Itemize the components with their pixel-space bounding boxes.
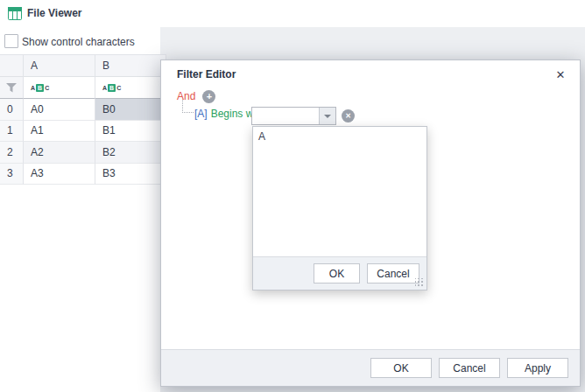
- add-condition-button[interactable]: +: [202, 90, 215, 103]
- table-cell[interactable]: B2: [95, 142, 166, 164]
- header-row: A B: [0, 54, 166, 77]
- table-cell[interactable]: B3: [95, 164, 166, 186]
- header-corner[interactable]: [0, 54, 24, 77]
- popup-cancel-button[interactable]: Cancel: [367, 263, 419, 284]
- row-header[interactable]: 2: [0, 142, 24, 164]
- condition-field[interactable]: [A]: [194, 108, 208, 120]
- condition-value-combobox: [251, 107, 336, 125]
- table-cell[interactable]: A0: [24, 99, 95, 121]
- x-icon: ✕: [556, 68, 566, 81]
- abc-type-icon: ABC: [31, 84, 49, 92]
- tree-branch-line: [182, 100, 194, 113]
- resize-grip[interactable]: [415, 278, 424, 287]
- x-circle-icon: ✕: [345, 113, 351, 120]
- filter-editor-dialog: Filter Editor ✕ And + [A] Begins with ✕ …: [160, 60, 581, 387]
- data-grid: A B ABC ABC 0 A0 B0 1 A1 B1: [0, 54, 166, 185]
- table-row: 3 A3 B3: [0, 164, 166, 186]
- popup-footer: OK Cancel: [253, 256, 426, 290]
- combo-dropdown-button[interactable]: [319, 108, 335, 124]
- file-viewer-window: File Viewer Show control characters A B …: [0, 0, 585, 392]
- row-header[interactable]: 1: [0, 121, 24, 143]
- title-bar: File Viewer: [0, 0, 585, 27]
- popup-ok-button[interactable]: OK: [314, 263, 360, 284]
- dialog-footer: OK Cancel Apply: [161, 349, 580, 386]
- table-cell[interactable]: A2: [24, 142, 95, 164]
- close-button[interactable]: ✕: [552, 66, 569, 83]
- value-dropdown-popup: A OK Cancel: [252, 126, 427, 290]
- table-row: 1 A1 B1: [0, 121, 166, 143]
- window-title: File Viewer: [27, 7, 81, 19]
- table-cell[interactable]: A3: [24, 164, 95, 186]
- auto-filter-row: ABC ABC: [0, 77, 166, 99]
- apply-button[interactable]: Apply: [507, 358, 568, 378]
- condition-value-input[interactable]: [252, 108, 319, 124]
- table-row: 2 A2 B2: [0, 142, 166, 164]
- column-header-a[interactable]: A: [24, 54, 95, 77]
- table-row: 0 A0 B0: [0, 99, 166, 121]
- filter-cell-a[interactable]: ABC: [24, 77, 95, 99]
- checkbox-label: Show control characters: [22, 36, 135, 48]
- table-cell[interactable]: A1: [24, 121, 95, 143]
- table-icon: [8, 7, 22, 20]
- abc-type-icon: ABC: [102, 84, 121, 92]
- table-cell-selected[interactable]: B0: [95, 99, 166, 121]
- table-cell[interactable]: B1: [95, 121, 166, 143]
- show-control-characters-checkbox[interactable]: [4, 34, 18, 48]
- options-row: Show control characters: [0, 27, 160, 54]
- funnel-icon: [6, 83, 17, 93]
- list-item[interactable]: A: [253, 127, 426, 146]
- filter-cell-b[interactable]: ABC: [95, 77, 166, 99]
- column-header-b[interactable]: B: [95, 54, 166, 77]
- cancel-button[interactable]: Cancel: [439, 358, 500, 378]
- dialog-title: Filter Editor: [177, 68, 236, 80]
- filter-row-button[interactable]: [0, 77, 24, 99]
- plus-circle-icon: +: [207, 92, 212, 102]
- chevron-down-icon: [324, 115, 331, 118]
- value-list: A: [253, 127, 426, 257]
- remove-condition-button[interactable]: ✕: [342, 109, 355, 122]
- row-header[interactable]: 0: [0, 99, 24, 121]
- ok-button[interactable]: OK: [370, 358, 432, 378]
- row-header[interactable]: 3: [0, 164, 24, 186]
